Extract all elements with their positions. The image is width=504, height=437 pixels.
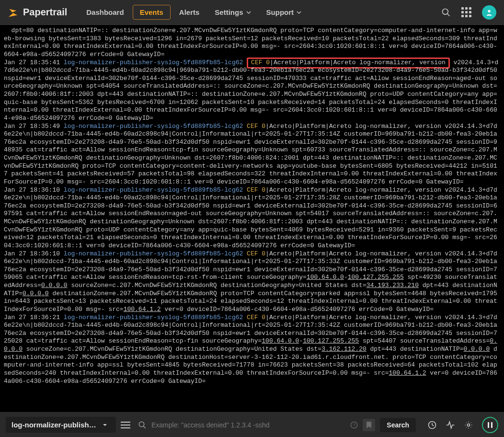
svg-line-1: [447, 13, 450, 16]
header-actions: [441, 5, 496, 20]
gear-icon[interactable]: [464, 420, 473, 430]
search-icon: [138, 421, 147, 429]
main-nav: Dashboard Events Alerts Settings Support: [80, 5, 308, 20]
source-label: log-normalizer-publisher-sy...: [11, 421, 98, 429]
search-bar: ? Search: [135, 418, 419, 432]
activity-icon[interactable]: [446, 420, 455, 430]
brand[interactable]: Papertrail: [8, 7, 67, 18]
nav-support[interactable]: Support: [260, 5, 309, 19]
chevron-down-icon: [297, 10, 301, 15]
top-nav: Papertrail Dashboard Events Alerts Setti…: [0, 0, 504, 25]
nav-alerts[interactable]: Alerts: [172, 5, 206, 19]
svg-point-2: [488, 10, 490, 12]
svg-point-6: [139, 422, 144, 427]
solarwinds-icon: [8, 7, 18, 18]
pause-button[interactable]: [482, 417, 498, 433]
nav-dashboard[interactable]: Dashboard: [80, 5, 130, 19]
search-icon[interactable]: [441, 8, 451, 17]
footer-tools: [427, 417, 498, 433]
bottom-bar: log-normalizer-publisher-sy... ? Search: [0, 412, 504, 437]
svg-line-7: [143, 426, 146, 428]
chevron-down-icon: [246, 10, 251, 15]
svg-point-0: [443, 9, 448, 14]
nav-settings[interactable]: Settings: [208, 5, 257, 19]
menu-icon[interactable]: [121, 421, 130, 429]
search-input[interactable]: [151, 421, 345, 429]
user-icon: [485, 9, 493, 16]
nav-support-label: Support: [266, 8, 294, 16]
clock-icon[interactable]: [427, 420, 437, 430]
svg-rect-15: [491, 422, 493, 428]
help-icon[interactable]: ?: [350, 421, 358, 429]
svg-text:?: ?: [353, 423, 355, 427]
nav-events[interactable]: Events: [133, 5, 171, 20]
avatar[interactable]: [482, 5, 496, 20]
svg-rect-14: [488, 422, 489, 428]
search-button[interactable]: Search: [380, 418, 416, 432]
bookmark-icon[interactable]: [363, 419, 375, 431]
brand-label: Papertrail: [23, 7, 67, 18]
nav-settings-label: Settings: [215, 8, 243, 16]
source-selector[interactable]: log-normalizer-publisher-sy...: [6, 417, 116, 433]
svg-line-12: [432, 425, 434, 426]
apps-icon[interactable]: [461, 7, 471, 17]
svg-point-13: [468, 424, 470, 426]
log-viewer[interactable]: dpt=80 destinationNATIP=:: destinationZo…: [0, 25, 504, 412]
caret-down-icon: [103, 423, 107, 427]
